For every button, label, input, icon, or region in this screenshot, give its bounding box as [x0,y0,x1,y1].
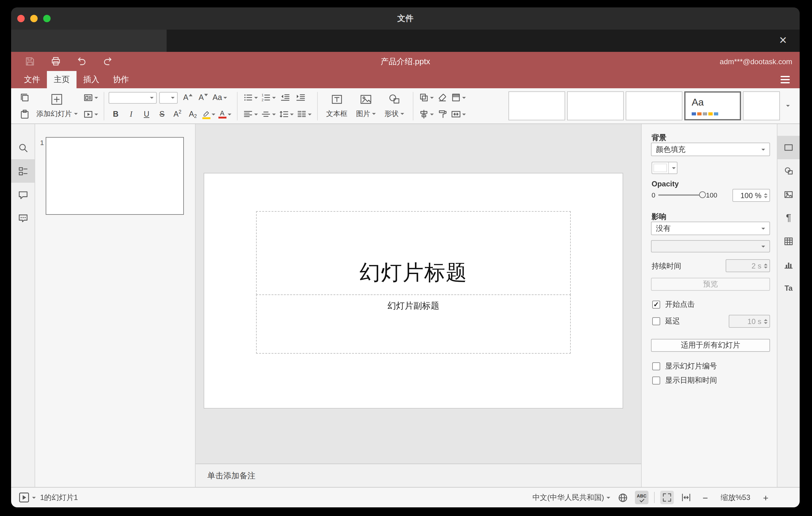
slide-layout-icon[interactable] [82,90,99,105]
language-selector[interactable]: 中文(中华人民共和国) [532,492,604,503]
bullets-icon[interactable] [241,90,259,105]
chart-settings-icon[interactable] [778,253,800,277]
minimize-window-button[interactable] [30,15,38,22]
spellcheck-icon[interactable]: ABC [635,491,648,504]
bold-button[interactable]: B [108,107,123,122]
theme-thumbnail[interactable] [743,91,780,120]
delay-checkbox[interactable]: 延迟 [652,317,680,326]
spinner-icon [764,319,767,324]
show-slide-number-checkbox[interactable]: 显示幻灯片编号 [652,362,717,371]
insert-image-button[interactable]: 图片 [352,90,380,122]
close-icon[interactable]: × [775,32,791,48]
increase-font-icon[interactable]: A [180,90,195,105]
menu-icon[interactable] [781,76,790,83]
start-slideshow-button[interactable] [17,491,31,504]
line-spacing-icon[interactable] [277,107,295,122]
notes-area[interactable]: 单击添加备注 [196,463,641,487]
tab-file[interactable]: 文件 [17,71,47,88]
color-scheme-icon[interactable] [450,90,467,105]
clear-style-icon[interactable] [435,90,450,105]
insert-shape-button[interactable]: 形状 [380,90,408,122]
font-color-icon[interactable]: A [217,107,232,122]
slideshow-options-icon[interactable] [32,496,36,498]
indent-icon[interactable] [293,90,308,105]
subscript-button[interactable]: A2 [185,107,200,122]
slide-number: 1 [40,139,44,146]
slide-subtitle-text: 幻灯片副标题 [387,300,439,312]
tab-home[interactable]: 主页 [47,71,77,88]
superscript-button[interactable]: A2 [170,107,185,122]
arrange-group [418,89,435,122]
underline-button[interactable]: U [139,107,154,122]
slide[interactable]: 幻灯片标题 幻灯片副标题 [204,173,622,408]
shape-settings-icon[interactable] [778,159,800,183]
apply-all-button[interactable]: 适用于所有幻灯片 [651,339,770,352]
theme-color-swatches [692,112,718,115]
slide-subtitle-placeholder[interactable]: 幻灯片副标题 [256,294,571,354]
slide-thumbnail[interactable] [46,137,184,215]
theme-thumbnail[interactable] [626,91,683,120]
background-color-swatch[interactable] [651,162,677,174]
document-title[interactable]: 产品介绍.pptx [11,56,800,67]
font-name-select[interactable] [108,92,156,104]
add-slide-icon [51,93,63,107]
table-settings-icon[interactable] [778,230,800,253]
zoom-out-icon[interactable]: − [698,491,712,504]
slide-settings-icon[interactable] [778,136,800,159]
image-settings-icon[interactable] [778,183,800,206]
start-slideshow-icon[interactable] [82,107,99,122]
paste-icon[interactable] [17,107,32,122]
add-slide-button[interactable]: 添加幻灯片 [32,90,82,122]
slide-thumbnails-panel: 1 [35,124,196,487]
paragraph-settings-icon[interactable]: ¶ [778,206,800,230]
tab-collaboration[interactable]: 协作 [106,71,136,88]
tab-insert[interactable]: 插入 [77,71,106,88]
change-case-icon[interactable]: Aa [211,90,228,105]
opacity-slider-knob[interactable] [699,191,706,198]
opacity-value-input[interactable]: 100 % [732,189,770,202]
highlight-color-icon[interactable] [201,107,216,122]
copy-style-icon[interactable] [435,107,450,122]
search-icon[interactable] [11,136,34,159]
slides-panel-icon[interactable] [11,159,34,183]
outdent-icon[interactable] [277,90,292,105]
feedback-icon[interactable] [11,206,34,230]
show-slide-number-label: 显示幻灯片编号 [665,361,717,372]
decrease-font-icon[interactable]: A [196,90,211,105]
insert-textbox-button[interactable]: 文本框 [322,90,352,122]
theme-thumbnail[interactable] [567,91,624,120]
globe-icon[interactable] [616,491,629,504]
opacity-slider-track[interactable] [658,194,703,196]
strikethrough-button[interactable]: S [154,107,169,122]
background-fill-select[interactable]: 颜色填充 [651,143,770,156]
fit-slide-icon[interactable] [660,491,674,504]
theme-thumbnail-selected[interactable]: Aa [684,91,741,120]
close-window-button[interactable] [17,15,25,22]
vertical-align-icon[interactable] [259,107,277,122]
textart-settings-icon[interactable]: Ta [778,277,800,300]
fit-width-icon[interactable] [679,491,693,504]
gallery-expand-icon[interactable] [781,91,793,120]
font-size-select[interactable] [159,92,177,104]
comments-icon[interactable] [11,183,34,206]
zoom-in-icon[interactable]: + [759,491,773,504]
language-chevron-icon[interactable] [607,496,610,498]
duration-input: 2 s [726,259,770,272]
start-on-click-checkbox[interactable]: ✓ 开始点击 [652,300,695,309]
show-datetime-checkbox[interactable]: 显示日期和时间 [652,376,717,385]
paragraph-group: 12 [241,89,313,122]
copy-icon[interactable] [17,90,32,105]
theme-thumbnail[interactable] [509,91,565,120]
arrange-icon[interactable] [418,90,435,105]
slide-size-icon[interactable] [450,107,467,122]
shape-align-icon[interactable] [418,107,435,122]
zoom-window-button[interactable] [43,15,51,22]
spinner-icon[interactable] [764,193,767,198]
align-icon[interactable] [241,107,259,122]
numbering-icon[interactable]: 12 [259,90,277,105]
columns-icon[interactable] [295,107,313,122]
slide-title-placeholder[interactable]: 幻灯片标题 [256,211,571,295]
effect-select[interactable]: 没有 [651,222,770,235]
italic-button[interactable]: I [124,107,139,122]
status-bar: 1的幻灯片1 中文(中华人民共和国) ABC − [11,487,800,507]
